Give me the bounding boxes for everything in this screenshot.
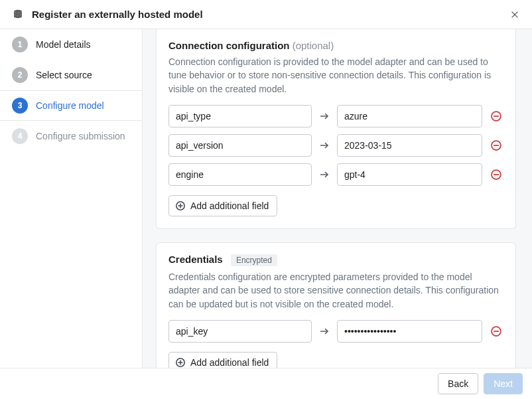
arrow-right-icon	[318, 326, 330, 337]
add-button-label: Add additional field	[190, 200, 269, 211]
add-button-label: Add additional field	[190, 357, 269, 368]
close-button[interactable]	[507, 7, 523, 23]
connection-config-card: Connection configuration (optional) Conn…	[156, 29, 516, 229]
connection-key-input[interactable]	[168, 105, 312, 127]
step-configure-submission: 4 Configure submission	[0, 121, 142, 151]
connection-row	[168, 163, 503, 186]
optional-label: (optional)	[293, 40, 334, 51]
connection-key-input[interactable]	[168, 163, 312, 186]
credentials-heading: Credentials	[168, 254, 223, 265]
connection-row	[168, 105, 503, 127]
connection-description: Connection configuration is provided to …	[168, 55, 503, 96]
remove-row-button[interactable]	[489, 138, 503, 153]
section-heading-row: Credentials Encrypted	[168, 254, 503, 266]
back-button-label: Back	[448, 378, 468, 389]
section-heading-row: Connection configuration (optional)	[168, 40, 503, 51]
plus-circle-icon	[174, 357, 186, 368]
remove-row-button[interactable]	[489, 109, 503, 123]
connection-key-input[interactable]	[168, 134, 312, 157]
step-number: 2	[12, 67, 28, 83]
arrow-right-icon	[318, 140, 330, 151]
dialog-title: Register an externally hosted model	[32, 9, 203, 20]
next-button: Next	[484, 373, 523, 394]
dialog-footer: Back Next	[0, 368, 532, 399]
add-connection-field-button[interactable]: Add additional field	[168, 195, 277, 216]
credentials-value-input[interactable]	[337, 320, 482, 343]
encrypted-tag: Encrypted	[231, 254, 277, 266]
step-number: 4	[12, 128, 28, 144]
dialog-header: Register an externally hosted model	[0, 0, 532, 29]
connection-value-input[interactable]	[337, 105, 482, 127]
remove-row-button[interactable]	[489, 324, 503, 339]
step-label: Select source	[36, 70, 92, 80]
step-label: Configure model	[36, 100, 104, 111]
credentials-description: Credentials configuration are encrypted …	[168, 270, 503, 311]
step-label: Configure submission	[36, 131, 125, 141]
arrow-right-icon	[318, 111, 330, 121]
step-configure-model[interactable]: 3 Configure model	[0, 90, 142, 121]
step-number: 3	[12, 98, 28, 114]
connection-value-input[interactable]	[337, 134, 482, 157]
connection-heading: Connection configuration	[168, 40, 289, 51]
sidebar: 1 Model details 2 Select source 3 Config…	[0, 29, 143, 368]
step-select-source[interactable]: 2 Select source	[0, 60, 142, 90]
credentials-card: Credentials Encrypted Credentials config…	[156, 242, 516, 368]
plus-circle-icon	[174, 200, 186, 212]
connection-value-input[interactable]	[337, 163, 482, 186]
credentials-row	[168, 320, 503, 343]
svg-point-0	[14, 9, 22, 12]
step-number: 1	[12, 37, 28, 52]
dialog-body: 1 Model details 2 Select source 3 Config…	[0, 29, 532, 368]
step-model-details[interactable]: 1 Model details	[0, 29, 142, 60]
credentials-key-input[interactable]	[168, 320, 312, 343]
main-panel[interactable]: Connection configuration (optional) Conn…	[143, 29, 532, 368]
step-label: Model details	[36, 39, 91, 50]
next-button-label: Next	[494, 378, 513, 389]
remove-row-button[interactable]	[489, 167, 503, 182]
back-button[interactable]: Back	[438, 373, 478, 394]
connection-row	[168, 134, 503, 157]
database-icon	[12, 9, 24, 21]
add-credentials-field-button[interactable]: Add additional field	[168, 352, 277, 368]
arrow-right-icon	[318, 169, 330, 180]
